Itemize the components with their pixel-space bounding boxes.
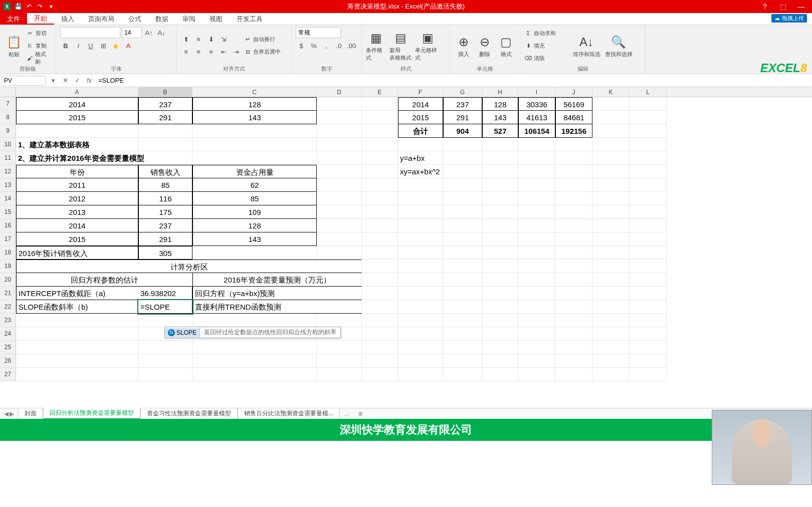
cell[interactable]: 2、建立并计算2016年资金需要量模型 (16, 151, 138, 165)
cell[interactable] (317, 192, 362, 205)
fill-button[interactable]: ⬇填充 (524, 40, 569, 51)
cell[interactable] (362, 138, 398, 151)
cell[interactable] (138, 368, 192, 381)
cell[interactable] (317, 111, 362, 124)
cell[interactable]: 合计 (398, 124, 443, 138)
cell[interactable]: 56169 (555, 97, 592, 111)
row-header[interactable]: 13 (0, 178, 16, 192)
cell[interactable]: 2015 (16, 232, 138, 246)
col-header[interactable]: A (16, 87, 138, 97)
cell[interactable]: 直接利用TREND函数预测 (192, 300, 362, 314)
cell[interactable] (630, 192, 667, 205)
row-header[interactable]: 22 (0, 300, 16, 314)
cell[interactable]: 41613 (518, 111, 555, 124)
cell[interactable] (518, 341, 555, 354)
row-header[interactable]: 15 (0, 205, 16, 219)
bold-button[interactable]: B (60, 40, 71, 51)
cell[interactable] (362, 232, 398, 246)
cell[interactable] (630, 205, 667, 219)
cell[interactable] (555, 273, 592, 287)
cell[interactable] (317, 97, 362, 111)
cell[interactable] (592, 246, 630, 260)
cell[interactable]: 2016年预计销售收入 (16, 246, 138, 260)
cell[interactable] (592, 138, 630, 151)
spreadsheet-grid[interactable]: A B C D E F G H I J K L 7201423712820142… (0, 87, 812, 408)
cell[interactable] (518, 205, 555, 219)
indent-inc-icon[interactable]: ⇥ (231, 47, 242, 58)
cell[interactable] (555, 314, 592, 327)
row-header[interactable]: 12 (0, 165, 16, 178)
cell[interactable] (192, 124, 317, 138)
cell[interactable]: 资金占用量 (192, 165, 317, 178)
tab-view[interactable]: 视图 (202, 13, 230, 25)
cell[interactable] (518, 246, 555, 260)
cell[interactable] (630, 246, 667, 260)
cell[interactable]: 175 (138, 205, 192, 219)
cell[interactable] (362, 205, 398, 219)
cell[interactable]: 237 (443, 97, 482, 111)
cell[interactable] (482, 219, 518, 232)
row-header[interactable]: 21 (0, 287, 16, 300)
cell[interactable] (592, 124, 630, 138)
cell[interactable] (592, 260, 630, 273)
tab-formulas[interactable]: 公式 (121, 13, 148, 25)
cell[interactable]: 年份 (16, 165, 138, 178)
cell[interactable] (592, 151, 630, 165)
cell[interactable]: 109 (192, 205, 317, 219)
cell[interactable] (192, 138, 317, 151)
cell[interactable]: 2014 (16, 97, 138, 111)
cell[interactable] (630, 327, 667, 341)
help-icon[interactable]: ? (758, 2, 772, 12)
cell[interactable] (630, 368, 667, 381)
row-header[interactable]: 25 (0, 341, 16, 354)
cell[interactable] (138, 138, 192, 151)
cell[interactable] (482, 165, 518, 178)
col-header[interactable]: C (192, 87, 317, 97)
cell[interactable]: 84681 (555, 111, 592, 124)
cell[interactable] (317, 165, 362, 178)
cell[interactable] (518, 232, 555, 246)
cell[interactable] (555, 232, 592, 246)
cell[interactable] (630, 97, 667, 111)
cell[interactable] (317, 368, 362, 381)
cell[interactable] (362, 327, 398, 341)
sheet-nav-prev-icon[interactable]: ◀ (4, 410, 9, 417)
cell[interactable] (482, 300, 518, 314)
cell[interactable]: 143 (192, 232, 317, 246)
cell[interactable] (362, 260, 398, 273)
cell[interactable]: 2012 (16, 192, 138, 205)
cell[interactable] (362, 165, 398, 178)
align-center-icon[interactable]: ≡ (193, 47, 204, 58)
cell[interactable] (317, 219, 362, 232)
cond-format-button[interactable]: ▦条件格式 (366, 30, 386, 62)
cell[interactable] (630, 341, 667, 354)
cell[interactable] (592, 354, 630, 368)
cell[interactable] (630, 314, 667, 327)
paste-button[interactable]: 📋粘贴 (4, 34, 24, 58)
cell[interactable] (630, 111, 667, 124)
dec-decimal-icon[interactable]: .00 (346, 40, 357, 51)
row-header[interactable]: 11 (0, 151, 16, 165)
cell[interactable] (482, 151, 518, 165)
cell[interactable] (592, 273, 630, 287)
cell[interactable]: 128 (192, 97, 317, 111)
cell[interactable]: 2014 (398, 97, 443, 111)
col-header[interactable]: B (138, 87, 192, 97)
underline-button[interactable]: U (85, 40, 96, 51)
cell[interactable] (482, 246, 518, 260)
cell[interactable] (592, 165, 630, 178)
table-format-button[interactable]: ▤套用 表格格式 (388, 30, 413, 62)
cell[interactable] (362, 368, 398, 381)
cell[interactable]: 销售收入 (138, 165, 192, 178)
percent-icon[interactable]: % (308, 40, 319, 51)
cell[interactable] (630, 273, 667, 287)
cell[interactable] (398, 354, 443, 368)
cell[interactable] (317, 138, 362, 151)
cell[interactable] (443, 354, 482, 368)
row-header[interactable]: 8 (0, 111, 16, 124)
cell[interactable] (138, 354, 192, 368)
cell[interactable] (592, 341, 630, 354)
row-header[interactable]: 19 (0, 260, 16, 273)
cell[interactable] (592, 205, 630, 219)
cell[interactable] (518, 368, 555, 381)
